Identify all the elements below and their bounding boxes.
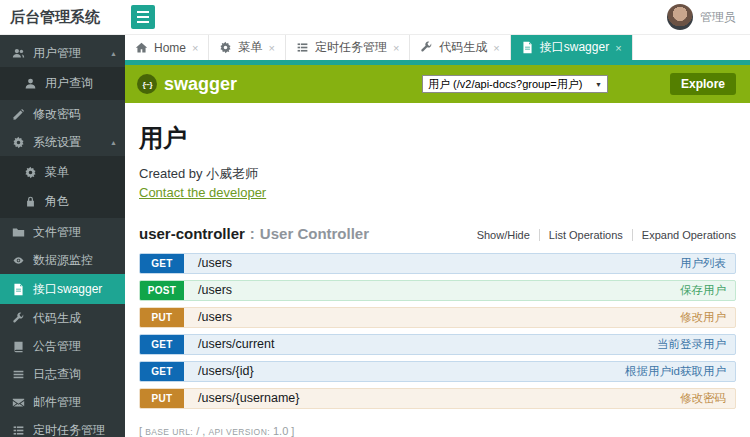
operation-summary[interactable]: 当前登录用户 — [657, 337, 726, 352]
tab-bar: Home × 菜单 × 定时任务管理 × 代码生成 × 接口swagger — [125, 35, 750, 60]
swagger-logo: {···} swagger — [137, 74, 237, 95]
book-icon — [12, 340, 25, 353]
http-method-badge: GET — [140, 254, 184, 273]
operation-path[interactable]: /users/current — [198, 337, 274, 351]
sidebar-item-user-mgmt[interactable]: 用户管理 ▲ — [0, 39, 125, 67]
hamburger-icon — [137, 11, 149, 13]
sidebar-item-label: 用户查询 — [45, 75, 93, 92]
sidebar-item-notice-mgmt[interactable]: 公告管理 — [0, 332, 125, 360]
app-title: 后台管理系统 — [0, 8, 125, 27]
wrench-icon — [420, 41, 433, 54]
sidebar-item-label: 系统设置 — [33, 134, 81, 151]
sidebar-item-scheduled-tasks[interactable]: 定时任务管理 — [0, 416, 125, 437]
sidebar-item-file-mgmt[interactable]: 文件管理 — [0, 218, 125, 246]
close-icon[interactable]: × — [615, 42, 621, 54]
operation-row-get-users-id[interactable]: GET /users/{id} 根据用户id获取用户 — [139, 361, 736, 382]
sidebar-item-log-query[interactable]: 日志查询 — [0, 360, 125, 388]
sidebar-item-label: 日志查询 — [33, 366, 81, 383]
sidebar-item-label: 菜单 — [45, 164, 69, 181]
operation-row-post-users[interactable]: POST /users 保存用户 — [139, 280, 736, 301]
operation-row-put-users[interactable]: PUT /users 修改用户 — [139, 307, 736, 328]
user-icon — [24, 77, 37, 90]
file-icon — [521, 41, 534, 54]
expand-operations-link[interactable]: Expand Operations — [632, 229, 736, 241]
operation-row-put-users-username[interactable]: PUT /users/{username} 修改密码 — [139, 388, 736, 409]
sidebar-item-change-password[interactable]: 修改密码 — [0, 100, 125, 128]
controller-title: User Controller — [260, 225, 369, 242]
operation-summary[interactable]: 修改密码 — [680, 391, 726, 406]
tab-swagger[interactable]: 接口swagger × — [511, 35, 633, 60]
contact-developer-link[interactable]: Contact the developer — [139, 185, 266, 200]
cogs-icon — [12, 136, 25, 149]
sidebar-toggle-button[interactable] — [131, 5, 155, 29]
close-icon[interactable]: × — [493, 42, 499, 54]
base-url-label: base url: — [145, 427, 193, 437]
tab-label: 定时任务管理 — [315, 39, 387, 56]
sidebar-item-user-query[interactable]: 用户查询 — [0, 69, 125, 98]
operation-path[interactable]: /users — [198, 283, 232, 297]
base-url-footer: [ base url: / , api version: 1.0 ] — [139, 425, 736, 437]
operation-summary[interactable]: 根据用户id获取用户 — [625, 364, 726, 379]
sidebar-item-code-gen[interactable]: 代码生成 — [0, 304, 125, 332]
tab-label: 菜单 — [238, 39, 262, 56]
sidebar-item-label: 公告管理 — [33, 338, 81, 355]
tab-label: Home — [154, 41, 186, 55]
tab-home[interactable]: Home × — [125, 35, 209, 60]
operation-path[interactable]: /users — [198, 310, 232, 324]
tab-scheduled-tasks[interactable]: 定时任务管理 × — [286, 35, 410, 60]
explore-button[interactable]: Explore — [670, 73, 736, 95]
swagger-logo-icon: {···} — [137, 74, 157, 94]
sidebar-item-system-settings[interactable]: 系统设置 ▲ — [0, 128, 125, 156]
tab-menu[interactable]: 菜单 × — [209, 35, 285, 60]
sidebar-item-label: 接口swagger — [33, 281, 102, 298]
sidebar-item-label: 用户管理 — [33, 45, 81, 62]
controller-actions: Show/Hide List Operations Expand Operati… — [468, 229, 736, 241]
api-version-label: api version: — [208, 427, 269, 437]
users-icon — [12, 47, 25, 60]
controller-name: user-controller — [139, 225, 245, 242]
list-operations-link[interactable]: List Operations — [539, 229, 632, 241]
sidebar-item-menu[interactable]: 菜单 — [0, 158, 125, 187]
envelope-icon — [12, 396, 25, 409]
operation-summary[interactable]: 用户列表 — [680, 256, 726, 271]
sidebar-item-swagger[interactable]: 接口swagger — [0, 274, 125, 304]
swagger-header: {···} swagger 用户 (/v2/api-docs?group=用户)… — [125, 65, 750, 103]
sidebar-item-label: 定时任务管理 — [33, 422, 105, 437]
close-icon[interactable]: × — [268, 42, 274, 54]
http-method-badge: PUT — [140, 308, 184, 327]
tab-label: 接口swagger — [540, 39, 609, 56]
tab-code-gen[interactable]: 代码生成 × — [410, 35, 510, 60]
list-icon — [12, 368, 25, 381]
close-icon[interactable]: × — [192, 42, 198, 54]
home-icon — [135, 41, 148, 54]
operation-summary[interactable]: 修改用户 — [680, 310, 726, 325]
operation-summary[interactable]: 保存用户 — [680, 283, 726, 298]
sidebar-item-role[interactable]: 角色 — [0, 187, 125, 216]
operation-row-get-users-current[interactable]: GET /users/current 当前登录用户 — [139, 334, 736, 355]
operation-row-get-users[interactable]: GET /users 用户列表 — [139, 253, 736, 274]
http-method-badge: GET — [140, 362, 184, 381]
chevron-up-icon: ▲ — [110, 50, 117, 57]
page-title: 用户 — [139, 122, 736, 154]
edit-icon — [12, 108, 25, 121]
created-by-text: Created by 小威老师 — [139, 166, 736, 183]
user-name: 管理员 — [700, 9, 736, 26]
tasks-icon — [12, 424, 25, 437]
file-icon — [12, 283, 25, 296]
user-menu[interactable]: 管理员 — [667, 4, 750, 30]
wrench-icon — [12, 312, 25, 325]
operation-path[interactable]: /users — [198, 256, 232, 270]
close-icon[interactable]: × — [393, 42, 399, 54]
http-method-badge: POST — [140, 281, 184, 300]
operation-path[interactable]: /users/{username} — [198, 391, 299, 405]
show-hide-link[interactable]: Show/Hide — [468, 229, 539, 241]
http-method-badge: GET — [140, 335, 184, 354]
controller-separator: : — [250, 225, 255, 242]
api-group-select[interactable]: 用户 (/v2/api-docs?group=用户) ▼ — [422, 75, 608, 93]
sidebar: 用户管理 ▲ 用户查询 修改密码 系统设置 ▲ 菜单 角色 — [0, 35, 125, 437]
sidebar-item-label: 修改密码 — [33, 106, 81, 123]
sidebar-item-mail-mgmt[interactable]: 邮件管理 — [0, 388, 125, 416]
operation-path[interactable]: /users/{id} — [198, 364, 254, 378]
user-avatar[interactable] — [667, 4, 693, 30]
sidebar-item-datasource-monitor[interactable]: 数据源监控 — [0, 246, 125, 274]
